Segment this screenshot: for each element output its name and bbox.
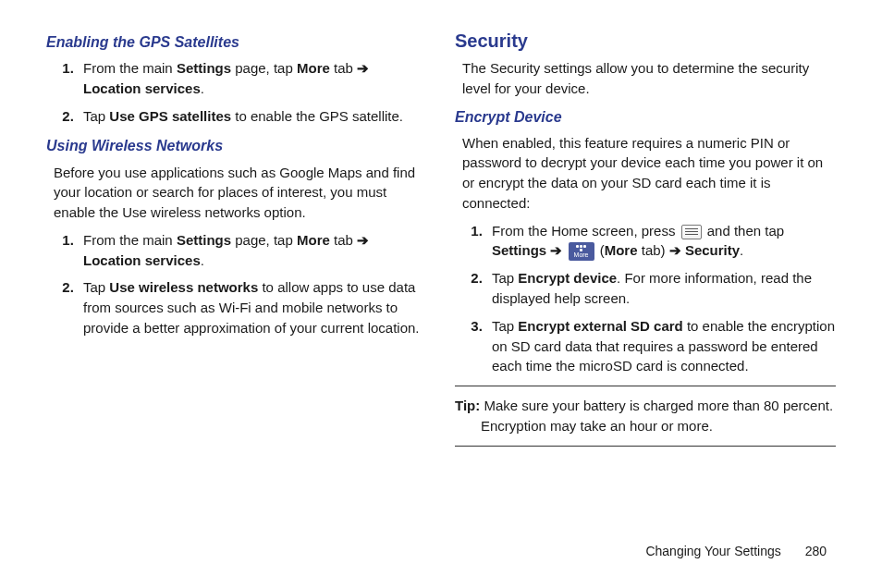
- paragraph: Before you use applications such as Goog…: [54, 163, 427, 223]
- bold-text: Encrypt external SD card: [518, 318, 682, 334]
- right-column: Security The Security settings allow you…: [455, 28, 836, 456]
- bold-text: More: [297, 60, 330, 76]
- step-item: From the main Settings page, tap More ta…: [78, 230, 427, 271]
- heading-wireless-networks: Using Wireless Networks: [46, 135, 427, 156]
- steps-enabling-gps: From the main Settings page, tap More ta…: [59, 58, 427, 126]
- step-item: Tap Encrypt device. For more information…: [486, 268, 836, 309]
- divider: [455, 446, 836, 447]
- divider: [455, 386, 836, 386]
- bold-text: More: [605, 242, 638, 258]
- text: to enable the GPS satellite.: [231, 108, 403, 124]
- tip-text: Encryption may take an hour or more.: [481, 416, 836, 436]
- paragraph: The Security settings allow you to deter…: [462, 58, 836, 99]
- bold-text: Settings: [492, 242, 546, 258]
- text: Tap: [83, 108, 109, 124]
- text: (: [596, 242, 605, 258]
- text: page, tap: [231, 232, 297, 248]
- steps-wireless-networks: From the main Settings page, tap More ta…: [59, 230, 427, 338]
- arrow-icon: ➔: [357, 232, 369, 248]
- bold-text: More: [297, 232, 330, 248]
- more-icon: [569, 242, 594, 261]
- text: .: [201, 80, 204, 96]
- text: From the Home screen, press: [492, 223, 680, 239]
- bold-text: Use wireless networks: [109, 279, 258, 295]
- bold-text: Security: [681, 242, 740, 258]
- text: page, tap: [231, 60, 297, 76]
- step-item: Tap Encrypt external SD card to enable t…: [486, 316, 836, 376]
- tip-block: Tip: Make sure your battery is charged m…: [455, 396, 836, 436]
- page-number: 280: [805, 544, 827, 558]
- step-item: From the main Settings page, tap More ta…: [78, 58, 427, 99]
- text: Tap: [492, 270, 518, 286]
- heading-security: Security: [455, 28, 836, 55]
- bold-text: Location services: [83, 252, 201, 268]
- text: Tap: [492, 318, 518, 334]
- bold-text: Location services: [83, 80, 201, 96]
- text: and then tap: [704, 223, 785, 239]
- paragraph: When enabled, this feature requires a nu…: [462, 133, 836, 214]
- tip-label: Tip:: [455, 398, 480, 413]
- page-content: Enabling the GPS Satellites From the mai…: [46, 28, 836, 456]
- arrow-icon: ➔: [357, 60, 369, 76]
- step-item: Tap Use GPS satellites to enable the GPS…: [78, 106, 427, 127]
- bold-text: Use GPS satellites: [109, 108, 231, 124]
- text: From the main: [83, 60, 177, 76]
- heading-encrypt-device: Encrypt Device: [455, 106, 836, 128]
- text: tab: [330, 60, 357, 76]
- left-column: Enabling the GPS Satellites From the mai…: [46, 28, 427, 456]
- footer-section: Changing Your Settings: [645, 544, 780, 558]
- arrow-icon: ➔: [546, 242, 566, 258]
- page-footer: Changing Your Settings 280: [645, 542, 827, 560]
- text: Tap: [83, 279, 109, 295]
- heading-enabling-gps: Enabling the GPS Satellites: [46, 31, 427, 53]
- text: From the main: [83, 232, 177, 248]
- bold-text: Settings: [177, 60, 231, 76]
- bold-text: Encrypt device: [518, 270, 617, 286]
- menu-icon: [681, 225, 702, 239]
- text: tab: [330, 232, 357, 248]
- steps-encrypt: From the Home screen, press and then tap…: [468, 221, 836, 377]
- arrow-icon: ➔: [669, 242, 681, 258]
- tip-text: Make sure your battery is charged more t…: [480, 398, 833, 413]
- text: .: [201, 252, 204, 268]
- bold-text: Settings: [177, 232, 231, 248]
- text: .: [740, 242, 743, 258]
- step-item: Tap Use wireless networks to allow apps …: [78, 277, 427, 337]
- step-item: From the Home screen, press and then tap…: [486, 221, 836, 262]
- text: tab): [638, 242, 669, 258]
